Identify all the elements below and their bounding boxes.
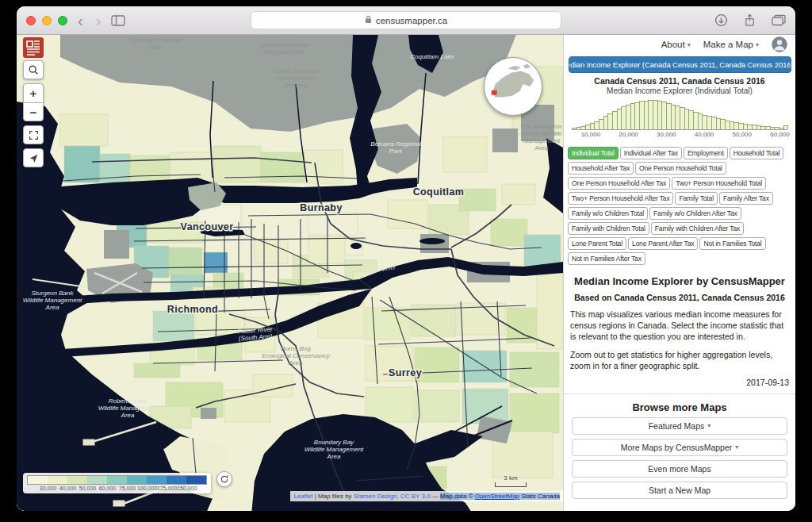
map-pane: Cypress ProvincialPark Lynn HeadwatersRe…	[17, 35, 563, 511]
chevron-down-icon: ▾	[707, 422, 710, 429]
legend-value-label: 100,000	[137, 486, 157, 491]
city-label-burnaby: Burnaby	[300, 202, 343, 213]
legend-value-label: 30,000	[38, 486, 58, 491]
map-search-button[interactable]	[23, 60, 44, 79]
histogram-bar	[783, 125, 789, 129]
city-label-surrey: Surrey	[389, 367, 422, 378]
zoom-in-button[interactable]: +	[23, 83, 44, 102]
city-label-coquitlam: Coquitlam	[413, 186, 465, 198]
tabs-overview-icon[interactable]	[772, 14, 786, 26]
axis-tick-label: 60,000	[770, 131, 789, 138]
map-legend: 30,00040,00050,00060,00075,000100,000125…	[23, 473, 211, 493]
legend-value-label: 75,000	[117, 486, 137, 491]
close-window-button[interactable]	[26, 16, 36, 25]
measure-button-one-person-household-after-tax[interactable]: One Person Household After Tax	[568, 177, 670, 190]
measure-button-individual-after-tax[interactable]: Individual After Tax	[620, 147, 682, 159]
zoom-out-button[interactable]: −	[23, 102, 44, 121]
measure-button-lone-parent-after-tax[interactable]: Lone Parent After Tax	[628, 237, 698, 250]
sidebar-toggle-icon[interactable]	[111, 15, 125, 26]
description-heading: Median Income Explorer by CensusMapper	[570, 275, 789, 287]
axis-tick-label: 50,000	[733, 131, 752, 138]
attribution-link[interactable]: Leaflet	[293, 493, 312, 500]
water-label-fraser-south-arm: Fraser River(South Arm)	[237, 325, 273, 342]
histogram-axis: 10,00020,00030,00040,00050,00060,000	[572, 130, 787, 140]
chevron-down-icon: ▾	[735, 443, 738, 451]
measure-button-not-in-families-total[interactable]: Not in Families Total	[699, 237, 765, 250]
axis-tick-label: 20,000	[619, 131, 638, 138]
map-title-text: Median Income Explorer (Canada Census 20…	[569, 60, 791, 69]
browse-buttons: Featured Maps▾More Maps by CensusMapper▾…	[572, 417, 787, 499]
canada-inset-minimap[interactable]	[484, 57, 542, 116]
legend-color-segment	[28, 476, 48, 484]
attribution-text: Map data ©	[440, 493, 475, 500]
even-more-maps-button[interactable]: Even more Maps	[572, 460, 787, 478]
viewport-marker	[492, 90, 497, 95]
downloads-icon[interactable]	[714, 13, 728, 27]
zoom-window-button[interactable]	[58, 16, 67, 25]
attribution-text: | Map tiles by	[312, 493, 353, 500]
map-description: Median Income Explorer by CensusMapper B…	[564, 266, 795, 387]
map-canvas[interactable]: Cypress ProvincialPark Lynn HeadwatersRe…	[17, 35, 563, 511]
attribution-link[interactable]: Stamen Design	[354, 493, 397, 500]
measure-button-household-total[interactable]: Household Total	[730, 147, 784, 159]
expand-icon	[29, 130, 39, 140]
measure-button-household-after-tax[interactable]: Household After Tax	[568, 162, 634, 175]
fullscreen-button[interactable]	[23, 125, 44, 144]
legend-value-label: 60,000	[98, 486, 117, 491]
chevron-down-icon: ▾	[688, 41, 691, 48]
user-icon	[772, 36, 787, 52]
share-icon[interactable]	[744, 13, 756, 27]
start-a-new-map-button[interactable]: Start a New Map	[572, 482, 787, 499]
browser-window: ‹ › censusmapper.ca	[17, 6, 795, 511]
measure-button-family-after-tax[interactable]: Family After Tax	[719, 192, 773, 205]
more-maps-by-censusmapper-button[interactable]: More Maps by CensusMapper▾	[572, 439, 787, 456]
window-controls	[26, 16, 67, 25]
measure-button-not-in-families-after-tax[interactable]: Not in Families After Tax	[568, 252, 645, 265]
legend-color-segment	[48, 476, 67, 484]
measure-button-individual-total[interactable]: Individual Total	[568, 147, 619, 159]
measure-button-one-person-household-total[interactable]: One Person Household Total	[635, 162, 726, 175]
measure-button-lone-parent-total[interactable]: Lone Parent Total	[568, 237, 626, 250]
measure-button-family-with-children-after-tax[interactable]: Family with Children After Tax	[651, 222, 744, 235]
nav-make-a-map[interactable]: Make a Map▾	[703, 40, 759, 49]
measure-button-family-with-children-total[interactable]: Family with Children Total	[568, 222, 649, 235]
url-text: censusmapper.ca	[376, 16, 447, 25]
axis-tick-label: 10,000	[581, 131, 600, 138]
attribution-text: Stats Canada	[519, 493, 560, 500]
description-paragraph: This map visualizes various median incom…	[570, 309, 789, 343]
chevron-down-icon: ▾	[756, 41, 759, 48]
censusmapper-logo[interactable]	[23, 37, 44, 58]
legend-refresh-button[interactable]	[216, 471, 232, 487]
map-title-dropdown[interactable]: Median Income Explorer (Canada Census 20…	[569, 56, 791, 73]
attribution-link[interactable]: OpenStreetMap	[475, 493, 519, 500]
measure-button-family-total[interactable]: Family Total	[675, 192, 717, 205]
locate-button[interactable]	[23, 148, 44, 167]
legend-color-bar	[28, 476, 206, 484]
site-header: About▾ Make a Map▾	[564, 35, 795, 54]
nav-about[interactable]: About▾	[661, 40, 691, 49]
featured-maps-button[interactable]: Featured Maps▾	[572, 417, 787, 435]
back-button[interactable]: ‹	[75, 14, 86, 27]
measure-buttons: Individual TotalIndividual After TaxEmpl…	[567, 145, 792, 266]
avatar[interactable]	[772, 36, 787, 52]
legend-value-label: 40,000	[58, 486, 78, 491]
measure-button-two-person-household-total[interactable]: Two+ Person Household Total	[672, 177, 766, 190]
city-label-vancouver: Vancouver	[181, 221, 234, 232]
attribution-text: —	[431, 493, 440, 500]
measure-button-two-person-household-after-tax[interactable]: Two+ Person Household After Tax	[568, 192, 673, 205]
forward-button[interactable]: ›	[94, 14, 104, 27]
address-bar[interactable]: censusmapper.ca	[251, 11, 561, 29]
measure-button-family-w-o-children-total[interactable]: Family w/o Children Total	[568, 207, 648, 220]
legend-labels: 30,00040,00050,00060,00075,000100,000125…	[28, 486, 206, 491]
browse-maps-section: Browse more Maps Featured Maps▾More Maps…	[564, 393, 795, 499]
minimize-window-button[interactable]	[42, 16, 52, 25]
sidebar: About▾ Make a Map▾ Median Income Explore…	[563, 35, 795, 511]
browse-heading: Browse more Maps	[572, 401, 787, 413]
search-icon	[28, 64, 39, 75]
attribution-link[interactable]: CC BY 3.0	[400, 493, 431, 500]
locate-arrow-icon	[29, 153, 39, 163]
refresh-icon	[220, 474, 229, 484]
measure-button-family-w-o-children-after-tax[interactable]: Family w/o Children After Tax	[649, 207, 741, 220]
measure-button-employment[interactable]: Employment	[684, 147, 728, 159]
legend-color-segment	[186, 476, 206, 484]
